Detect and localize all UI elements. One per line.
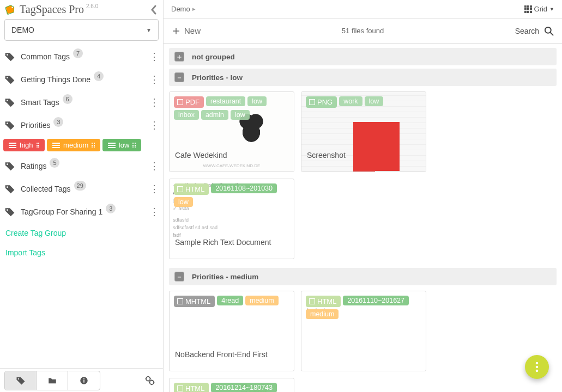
tag-group-more-button[interactable]: ⋮ [148,160,161,172]
mode-info-button[interactable] [68,371,100,390]
svg-point-8 [17,378,19,379]
caret-down-icon: ▼ [146,27,152,33]
file-tag-chip[interactable]: low [247,96,267,106]
file-card[interactable]: WWW.CAFE-WEDEKIND.DEPDFrestaurantlowinbo… [169,91,294,172]
group-header[interactable]: －Priorities - low [169,69,557,86]
tag-group-name: Smart Tags [21,98,59,107]
file-tag-chip[interactable]: low [231,110,250,120]
tag-group-row[interactable]: Getting Things Done4⋮ [0,68,163,91]
svg-point-6 [7,186,8,188]
search-icon [543,26,554,36]
extension-badge: HTML [174,183,209,195]
tag-group-name: Ratings [21,162,46,170]
file-tag-chip[interactable]: restaurant [206,96,245,106]
file-tag-chip[interactable]: 20161110~201627 [343,296,409,305]
svg-point-1 [7,54,8,56]
file-title: Sample Rich Text Document [175,238,288,247]
tag-group-more-button[interactable]: ⋮ [148,74,161,85]
svg-point-2 [7,77,8,78]
tag-group-row[interactable]: TagGroup For Sharing 13⋮ [0,200,163,223]
extension-badge: PNG [306,96,337,108]
file-card[interactable]: ✓ sadfa sf asdfasfsadfas sadfADSAD☐ sdfs… [169,179,294,259]
group-title: not grouped [192,53,235,61]
tag-group-name: Getting Things Done [21,75,90,84]
import-tags-link[interactable]: Import Tags [0,243,163,262]
tag-group-row[interactable]: Smart Tags6⋮ [0,91,163,114]
file-tag-chip[interactable]: medium [245,296,278,305]
search-button[interactable]: Search [515,26,554,36]
grid-icon [524,5,532,13]
new-button[interactable]: New [171,26,201,36]
badge-row: HTML20161214~180743medium [174,383,288,392]
svg-rect-10 [83,379,84,382]
app-brand: TagSpaces Pro [20,3,84,16]
tag-group-count: 3 [106,204,116,213]
checkbox-icon [177,99,183,105]
tag-icon [3,50,16,63]
extension-badge: MHTML [174,296,215,307]
settings-button[interactable] [141,372,159,389]
tag-group-count: 29 [74,181,86,191]
create-tag-group-link[interactable]: Create Tag Group [0,223,163,243]
priority-tag-label: medium [63,141,88,149]
group-toggle-icon: － [174,72,184,82]
tag-group-more-button[interactable]: ⋮ [148,183,161,195]
tag-group-row[interactable]: Ratings5⋮ [0,155,163,177]
file-card[interactable]: MHTML4readmediumNoBackend Front-End Firs… [169,291,294,371]
svg-point-16 [536,366,539,369]
breadcrumb[interactable]: Demo ▸ [171,5,196,13]
tag-group-row[interactable]: Common Tags7⋮ [0,45,163,68]
file-tag-chip[interactable]: 20161108~201030 [211,183,277,193]
svg-point-12 [146,376,150,381]
file-tag-chip[interactable]: inbox [174,110,199,120]
badge-row: PDFrestaurantlowinboxadminlow [174,96,288,120]
thumb-footer: WWW.CAFE-WEDEKIND.DE [170,163,294,168]
tag-group-count: 3 [53,117,63,127]
tag-group-row[interactable]: Collected Tags29⋮ [0,177,163,200]
tag-group-children: highmediumlow [0,137,163,155]
file-card[interactable]: fsdsdfdssfdsfdsfdsafsddsafHTML20161214~1… [169,378,294,392]
sidebar-footer [0,368,163,392]
main-toolbar: New 51 files found Search [164,19,562,44]
tag-icon [3,160,16,173]
tag-icon [3,119,16,132]
tag-group-more-button[interactable]: ⋮ [148,96,161,108]
tag-icon [3,205,16,218]
svg-point-7 [7,209,8,211]
badge-row: HTML20161110~201627medium [306,296,420,319]
tag-group-more-button[interactable]: ⋮ [148,119,161,131]
tag-group-count: 4 [94,71,104,81]
file-tag-chip[interactable]: low [174,197,193,207]
view-mode-selector[interactable]: Grid ▼ [524,5,554,13]
sidebar: TagSpaces Pro 2.6.0 DEMO ▼ Common Tags7⋮… [0,0,164,392]
file-card[interactable]: PNGworklowScreenshot [301,91,426,172]
group-title: Priorities - medium [192,273,258,281]
badge-row: PNGworklow [306,96,383,108]
tag-group-name: Collected Tags [21,185,71,193]
tag-group-more-button[interactable]: ⋮ [148,51,161,63]
priority-tag-low[interactable]: low [102,139,141,151]
file-card[interactable]: tertertHTML20161110~201627medium [301,291,426,371]
file-tag-chip[interactable]: 4read [217,296,243,305]
tag-group-row[interactable]: Priorities3⋮ [0,114,163,137]
file-tag-chip[interactable]: low [365,96,384,106]
priority-tag-medium[interactable]: medium [47,139,100,151]
location-selected-value: DEMO [11,26,34,34]
location-selector[interactable]: DEMO ▼ [4,19,159,41]
extension-label: HTML [185,384,204,392]
file-tag-chip[interactable]: work [339,96,362,106]
priority-tag-high[interactable]: high [3,139,45,151]
sidebar-mode-toggle [4,371,100,390]
group-header[interactable]: －Priorities - medium [169,268,557,285]
mode-folders-button[interactable] [37,371,68,390]
floating-action-button[interactable] [525,355,549,379]
sidebar-collapse-button[interactable] [150,4,158,15]
list-icon [108,143,116,148]
svg-point-15 [536,362,539,365]
file-tag-chip[interactable]: admin [201,110,228,120]
mode-tags-button[interactable] [5,371,37,390]
file-tag-chip[interactable]: 20161214~180743 [211,383,277,392]
tag-group-more-button[interactable]: ⋮ [148,206,161,218]
group-header[interactable]: ＋not grouped [169,48,557,65]
file-tag-chip[interactable]: medium [306,309,339,319]
